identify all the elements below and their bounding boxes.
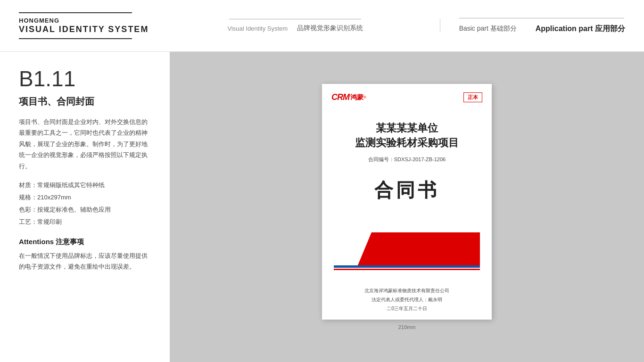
header-right: Basic part 基础部分 Application part 应用部分 — [440, 18, 625, 34]
crm-text: CRM — [331, 92, 349, 102]
doc-logo: CRM 鸿蒙 ® — [331, 92, 366, 102]
dim-horizontal: 210mm — [398, 324, 416, 330]
document-wrapper: CRM 鸿蒙 ® 正本 某某某某单位 监测实验耗材采购项目 合同编号：SDXSJ… — [322, 84, 492, 330]
attentions-desc: 在一般情况下使用品牌标志，应该尽量使用提供的电子资源文件，避免在重绘中出现误差。 — [19, 250, 151, 272]
crm-reg: ® — [363, 95, 366, 99]
spec-craft: 工艺：常规印刷 — [19, 216, 151, 228]
doc-body: 某某某某单位 监测实验耗材采购项目 合同编号：SDXSJ-2017-ZB-120… — [322, 107, 492, 280]
crm-cn: 鸿蒙 — [350, 93, 363, 102]
vi-label-cn: 品牌视觉形象识别系统 — [297, 24, 363, 33]
doc-red-stripe — [334, 269, 480, 270]
doc-company: 北京海岸鸿蒙标准物质技术有限责任公司 — [334, 286, 480, 295]
nav-top-line — [459, 18, 624, 18]
nav-basic[interactable]: Basic part 基础部分 — [459, 25, 517, 33]
spec-color: 色彩：按规定标准色、辅助色应用 — [19, 204, 151, 216]
logo-line-bottom — [19, 38, 132, 39]
doc-header: CRM 鸿蒙 ® 正本 — [322, 84, 492, 107]
nav-items: Basic part 基础部分 Application part 应用部分 — [459, 24, 625, 34]
logo-section: HONGMENG VISUAL IDENTITY SYSTEM — [19, 12, 170, 40]
doc-decoration — [334, 233, 480, 280]
doc-representative: 法定代表人或委托代理人：戴永明 — [334, 295, 480, 304]
header-center-line — [229, 19, 361, 19]
logo-text-main: HONGMENG — [19, 17, 170, 25]
doc-footer: 北京海岸鸿蒙标准物质技术有限责任公司 法定代表人或委托代理人：戴永明 二0三年五… — [322, 280, 492, 320]
section-title: 项目书、合同封面 — [19, 95, 151, 108]
vi-label-en: Visual Identity System — [227, 25, 288, 32]
doc-stamp: 正本 — [463, 92, 482, 102]
spec-material: 材质：常规铜版纸或其它特种纸 — [19, 179, 151, 191]
page-header: HONGMENG VISUAL IDENTITY SYSTEM Visual I… — [0, 0, 644, 52]
right-panel: CRM 鸿蒙 ® 正本 某某某某单位 监测实验耗材采购项目 合同编号：SDXSJ… — [170, 52, 644, 362]
doc-big-title: 合同书 — [334, 177, 480, 203]
doc-blue-stripe — [334, 265, 480, 268]
section-code: B1.11 — [19, 66, 151, 91]
section-desc: 项目书、合同封面是企业对内、对外交换信息的最重要的工具之一，它同时也代表了企业的… — [19, 116, 151, 172]
main-content: B1.11 项目书、合同封面 项目书、合同封面是企业对内、对外交换信息的最重要的… — [0, 52, 644, 362]
contract-document: CRM 鸿蒙 ® 正本 某某某某单位 监测实验耗材采购项目 合同编号：SDXSJ… — [322, 84, 492, 320]
left-panel: B1.11 项目书、合同封面 项目书、合同封面是企业对内、对外交换信息的最重要的… — [0, 52, 170, 362]
attentions-title: Attentions 注意事项 — [19, 238, 151, 247]
spec-size: 规格：210x297mm — [19, 191, 151, 204]
doc-date: 二0三年五月二十日 — [334, 304, 480, 313]
header-center: Visual Identity System 品牌视觉形象识别系统 — [170, 19, 440, 33]
header-center-labels: Visual Identity System 品牌视觉形象识别系统 — [227, 24, 363, 33]
doc-main-title: 某某某某单位 — [334, 121, 480, 136]
logo-line-top — [19, 12, 132, 13]
doc-contract-no: 合同编号：SDXSJ-2017-ZB-1206 — [334, 156, 480, 163]
doc-subtitle: 监测实验耗材采购项目 — [334, 136, 480, 150]
doc-red-shape — [357, 232, 480, 266]
logo-text-sub: VISUAL IDENTITY SYSTEM — [19, 25, 170, 34]
nav-application[interactable]: Application part 应用部分 — [536, 24, 625, 34]
